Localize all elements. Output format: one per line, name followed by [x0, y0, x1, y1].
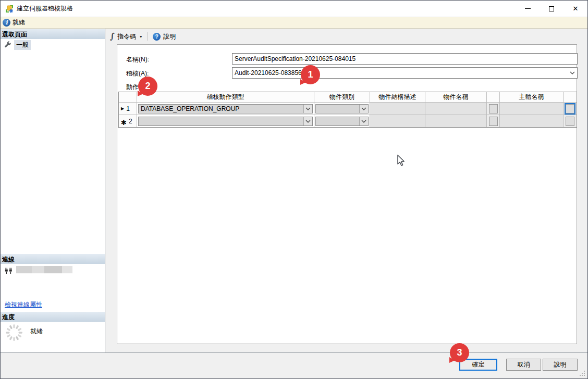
toolbar: ∫ 指令碼 ▾ ? 說明 — [106, 30, 178, 43]
object-class-dropdown[interactable] — [315, 117, 369, 126]
annotation-badge-3: 3 — [450, 343, 469, 362]
select-page-header: 選取頁面 — [1, 29, 105, 39]
cell-audit-action-type — [137, 115, 314, 128]
minimize-icon — [525, 8, 531, 9]
col-header-blank2 — [564, 92, 577, 103]
table-row: ▶ 1 DATABASE_OPERATION_GROUP — [119, 103, 577, 115]
close-button[interactable]: ✕ — [564, 1, 587, 17]
spinner-icon — [5, 323, 23, 342]
mouse-cursor — [397, 155, 406, 167]
browse-button-focused[interactable] — [566, 104, 574, 113]
cell-object-class — [314, 103, 370, 115]
current-row-indicator: ▶ — [121, 106, 124, 111]
content-area: ∫ 指令碼 ▾ ? 說明 名稱(N): ServerAuditSpecifica… — [105, 29, 588, 353]
chevron-down-icon — [359, 105, 368, 113]
audit-combobox-value: Audit-20210625-083856 — [232, 69, 568, 77]
audit-action-type-dropdown[interactable]: DATABASE_OPERATION_GROUP — [138, 104, 313, 113]
name-label: 名稱(N): — [126, 55, 149, 64]
name-input-value: ServerAuditSpecification-20210625-084015 — [232, 55, 577, 62]
chevron-down-icon — [303, 105, 312, 113]
status-strip: i 就緒 — [1, 17, 587, 29]
sidebar-item-general[interactable]: 一般 — [1, 40, 105, 50]
view-connection-properties-link[interactable]: 檢視連線屬性 — [5, 300, 42, 309]
audit-action-type-value: DATABASE_OPERATION_GROUP — [139, 105, 303, 112]
chevron-down-icon — [303, 117, 312, 125]
info-icon: i — [3, 19, 10, 27]
sidebar: 選取頁面 一般 連線 檢視連線屬性 進度 — [1, 29, 105, 353]
footer-bar: 確定 取消 說明 — [1, 352, 587, 378]
chevron-down-icon — [359, 117, 368, 125]
general-page-panel: 名稱(N): ServerAuditSpecification-20210625… — [117, 44, 577, 344]
cancel-button[interactable]: 取消 — [506, 359, 541, 371]
script-button-label: 指令碼 — [117, 32, 136, 41]
col-header-object-class: 物件類別 — [314, 92, 370, 103]
help-icon: ? — [153, 33, 161, 41]
minimize-button[interactable] — [516, 1, 540, 17]
row-number: 2 — [129, 118, 132, 125]
script-button[interactable]: ∫ 指令碼 ▾ — [107, 31, 144, 42]
toolbar-separator — [147, 32, 148, 41]
connection-plug-icon — [5, 267, 13, 275]
cell-audit-action-type: DATABASE_OPERATION_GROUP — [137, 103, 314, 115]
col-header-object-name: 物件名稱 — [425, 92, 487, 103]
cell-principal-name — [500, 115, 564, 128]
cell-object-name — [425, 115, 487, 128]
new-row-indicator: ✱ — [121, 121, 127, 124]
wrench-icon — [4, 41, 11, 48]
progress-row: 就緒 — [5, 323, 43, 342]
app-icon — [5, 5, 14, 13]
cell-object-schema — [370, 103, 425, 115]
object-class-dropdown[interactable] — [315, 104, 369, 113]
chevron-down-icon: ▾ — [140, 34, 142, 39]
window-title: 建立伺服器稽核規格 — [17, 4, 73, 13]
sidebar-item-label: 一般 — [14, 40, 31, 50]
browse-button[interactable] — [489, 104, 498, 113]
row-number: 1 — [126, 105, 130, 112]
corner-header-cell — [119, 92, 137, 103]
col-header-object-schema: 物件結構描述 — [370, 92, 425, 103]
help-toolbar-button[interactable]: ? 說明 — [150, 31, 178, 42]
col-header-blank1 — [487, 92, 500, 103]
cell-object-schema — [370, 115, 425, 128]
cell-object-name — [425, 103, 487, 115]
cell-principal-browse — [564, 103, 577, 115]
progress-status: 就緒 — [30, 327, 43, 342]
cell-principal-name — [500, 103, 564, 115]
annotation-badge-1: 1 — [301, 65, 320, 84]
cell-object-name-browse — [487, 115, 500, 128]
cell-object-class — [314, 115, 370, 128]
cell-object-name-browse — [487, 103, 500, 115]
table-header-row: 稽核動作類型 物件類別 物件結構描述 物件名稱 主體名稱 — [119, 92, 577, 103]
connection-header: 連線 — [1, 254, 105, 264]
server-name-redacted — [16, 266, 72, 275]
help-button[interactable]: 說明 — [543, 359, 578, 371]
resize-grip[interactable] — [579, 370, 586, 377]
help-button-label: 說明 — [163, 32, 176, 41]
status-text: 就緒 — [13, 18, 25, 27]
title-bar: 建立伺服器稽核規格 ✕ — [1, 1, 587, 17]
browse-button[interactable] — [566, 117, 574, 126]
connection-row — [5, 266, 72, 275]
row-header-cell: ▶ 1 — [119, 103, 137, 115]
row-header-cell: ✱ 2 — [119, 115, 137, 128]
browse-button[interactable] — [489, 117, 498, 126]
annotation-badge-2: 2 — [138, 77, 157, 96]
actions-table: 稽核動作類型 物件類別 物件結構描述 物件名稱 主體名稱 ▶ 1 DA — [118, 92, 577, 128]
progress-header: 進度 — [1, 312, 105, 322]
name-input[interactable]: ServerAuditSpecification-20210625-084015 — [232, 53, 578, 65]
chevron-down-icon — [568, 71, 577, 74]
close-icon: ✕ — [573, 5, 579, 12]
audit-action-type-dropdown[interactable] — [138, 117, 313, 126]
col-header-audit-action-type: 稽核動作類型 — [137, 92, 314, 103]
maximize-button[interactable] — [540, 1, 564, 17]
script-icon: ∫ — [110, 33, 115, 40]
create-server-audit-specification-dialog: 建立伺服器稽核規格 ✕ i 就緒 選取頁面 一般 連線 — [0, 0, 588, 379]
audit-combobox[interactable]: Audit-20210625-083856 — [232, 67, 578, 79]
cell-principal-browse — [564, 115, 577, 128]
table-row: ✱ 2 — [119, 115, 577, 128]
col-header-principal-name: 主體名稱 — [500, 92, 564, 103]
maximize-icon — [549, 6, 554, 11]
